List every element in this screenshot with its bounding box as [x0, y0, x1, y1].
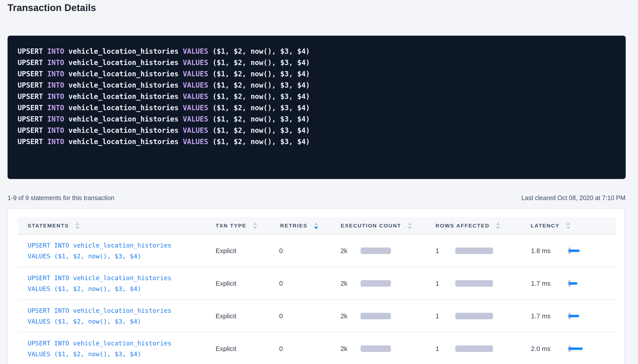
sort-icon [314, 222, 318, 229]
statement-link[interactable]: UPSERT INTO vehicle_location_histories V… [28, 240, 171, 262]
retries-value: 0 [279, 300, 283, 332]
sort-asc-icon [408, 222, 412, 225]
column-header-retries[interactable]: RETRIES [280, 217, 318, 234]
sort-asc-icon [566, 222, 570, 225]
retries-value: 0 [279, 267, 283, 300]
sql-table-name: vehicle_location_histories [64, 92, 183, 101]
column-header-statements[interactable]: STATEMENTS [28, 217, 79, 234]
retries-value: 0 [279, 234, 283, 267]
rows-affected-value: 1 [435, 234, 439, 267]
latency-bar [568, 250, 580, 252]
sort-icon [566, 222, 570, 229]
sql-table-name: vehicle_location_histories [64, 58, 183, 67]
sql-statement-line: UPSERT INTO vehicle_location_histories V… [18, 113, 616, 125]
rows-affected-value: 1 [435, 267, 439, 300]
sql-console-box: UPSERT INTO vehicle_location_histories V… [8, 36, 626, 179]
sql-statement-line: UPSERT INTO vehicle_location_histories V… [18, 136, 616, 147]
sql-keyword-values: VALUES [183, 126, 208, 135]
sql-table-name: vehicle_location_histories [64, 126, 183, 135]
sql-table-name: vehicle_location_histories [64, 70, 183, 78]
sql-keyword-into: INTO [47, 70, 64, 78]
sort-desc-icon [253, 227, 257, 229]
sort-icon [75, 222, 79, 229]
sql-statement-line: UPSERT INTO vehicle_location_histories V… [18, 68, 616, 80]
sort-asc-icon [75, 222, 79, 225]
sql-params: ($1, $2, now(), $3, $4) [208, 138, 310, 146]
txn-type-value: Explicit [216, 300, 236, 332]
sql-statement-line: UPSERT INTO vehicle_location_histories V… [18, 80, 616, 91]
retries-value: 0 [279, 332, 283, 364]
statements-count-label: 1-9 of 9 statements for this transaction [8, 193, 114, 202]
sql-statement-line: UPSERT INTO vehicle_location_histories V… [18, 125, 616, 136]
sql-keyword-into: INTO [47, 92, 64, 101]
sql-keyword-into: INTO [47, 126, 64, 135]
column-header-execution-count[interactable]: EXECUTION COUNT [341, 217, 412, 234]
sql-statement-line: UPSERT INTO vehicle_location_histories V… [18, 102, 616, 113]
sql-keyword-into: INTO [47, 58, 64, 67]
execution-count-bar [361, 313, 391, 319]
txn-type-value: Explicit [216, 332, 236, 364]
sort-desc-icon [496, 227, 500, 229]
sql-keyword-into: INTO [47, 47, 64, 55]
sort-asc-icon [314, 222, 318, 225]
txn-type-value: Explicit [216, 234, 236, 267]
transaction-details-page: Transaction Details UPSERT INTO vehicle_… [0, 0, 638, 364]
execution-count-bar [361, 248, 391, 254]
column-header-latency[interactable]: LATENCY [531, 217, 570, 234]
sql-params: ($1, $2, now(), $3, $4) [208, 70, 310, 78]
latency-bar [568, 347, 583, 350]
sql-params: ($1, $2, now(), $3, $4) [208, 81, 310, 89]
statement-link[interactable]: UPSERT INTO vehicle_location_histories V… [28, 338, 171, 359]
sql-params: ($1, $2, now(), $3, $4) [208, 126, 310, 135]
sort-icon [253, 222, 257, 229]
sql-keyword-values: VALUES [183, 81, 208, 89]
latency-value: 1.8 ms [531, 234, 551, 267]
sort-asc-icon [496, 222, 500, 225]
column-header-rows-affected[interactable]: ROWS AFFECTED [435, 217, 500, 234]
sql-keyword-into: INTO [47, 138, 64, 146]
statement-link[interactable]: UPSERT INTO vehicle_location_histories V… [28, 305, 171, 327]
latency-bar [568, 282, 577, 285]
sql-keyword-values: VALUES [183, 115, 208, 123]
sql-params: ($1, $2, now(), $3, $4) [208, 92, 310, 101]
statements-table-card: STATEMENTS TXN TYPE RETRIES [8, 208, 625, 364]
latency-value: 2.0 ms [531, 332, 551, 364]
sql-keyword-values: VALUES [183, 92, 208, 101]
sql-statement-line: UPSERT INTO vehicle_location_histories V… [18, 91, 616, 102]
latency-bar [568, 315, 579, 317]
rows-affected-bar [455, 345, 493, 352]
page-title: Transaction Details [8, 3, 96, 13]
statements-table-header: STATEMENTS TXN TYPE RETRIES [18, 217, 616, 234]
sql-keyword-values: VALUES [183, 104, 208, 112]
table-row: UPSERT INTO vehicle_location_histories V… [8, 300, 624, 332]
sort-icon [408, 222, 412, 229]
last-cleared-label: Last cleared Oct 08, 2020 at 7:10 PM [521, 193, 625, 202]
execution-count-bar [361, 280, 391, 287]
sql-table-name: vehicle_location_histories [64, 115, 183, 123]
sql-keyword-values: VALUES [183, 138, 208, 146]
sql-params: ($1, $2, now(), $3, $4) [208, 58, 310, 67]
sql-table-name: vehicle_location_histories [64, 138, 183, 146]
rows-affected-value: 1 [435, 300, 439, 332]
sql-params: ($1, $2, now(), $3, $4) [208, 47, 310, 55]
rows-affected-value: 1 [435, 332, 439, 364]
sort-icon [496, 222, 500, 229]
sql-keyword-values: VALUES [183, 70, 208, 78]
execution-count-value: 2k [340, 332, 347, 364]
sql-keyword-values: VALUES [183, 58, 208, 67]
sql-table-name: vehicle_location_histories [64, 104, 183, 112]
rows-affected-bar [455, 248, 493, 254]
table-row: UPSERT INTO vehicle_location_histories V… [8, 332, 624, 364]
statement-link[interactable]: UPSERT INTO vehicle_location_histories V… [28, 273, 171, 294]
sql-keyword-into: INTO [47, 115, 64, 123]
sql-statement-line: UPSERT INTO vehicle_location_histories V… [18, 57, 616, 68]
sort-desc-icon [566, 227, 570, 229]
sql-keyword-values: VALUES [183, 47, 208, 55]
table-row: UPSERT INTO vehicle_location_histories V… [8, 267, 624, 300]
column-header-txn-type[interactable]: TXN TYPE [216, 217, 257, 234]
rows-affected-bar [455, 280, 493, 287]
txn-type-value: Explicit [216, 267, 236, 300]
sort-desc-icon [408, 227, 412, 229]
sort-desc-icon-active [314, 227, 318, 229]
table-row: UPSERT INTO vehicle_location_histories V… [8, 234, 624, 267]
